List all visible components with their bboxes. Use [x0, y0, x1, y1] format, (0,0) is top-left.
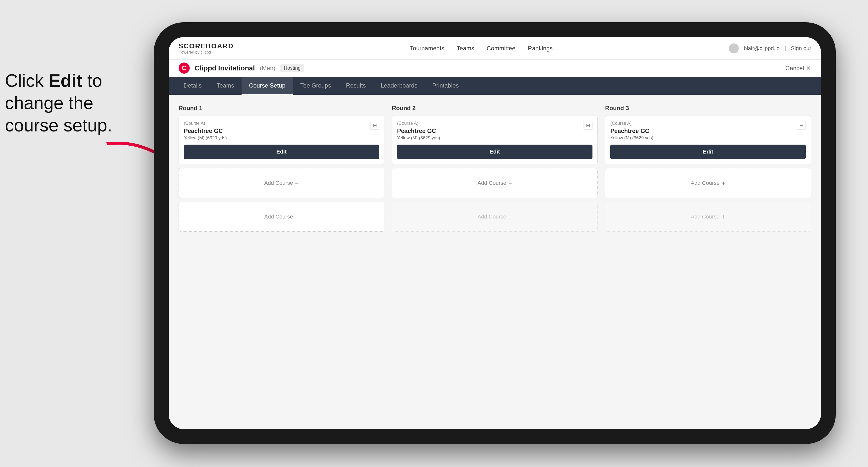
round-2-edit-button[interactable]: Edit [397, 145, 592, 159]
round-2-title: Round 2 [392, 105, 598, 112]
round-2-add-course-1-plus-icon: + [508, 179, 512, 187]
main-content: Round 1 (Course A) Peachtree GC Yellow (… [168, 95, 821, 429]
cancel-label: Cancel [785, 65, 804, 72]
round-2-course-details: Yellow (M) (6629 yds) [397, 135, 584, 141]
rounds-grid: Round 1 (Course A) Peachtree GC Yellow (… [179, 105, 811, 236]
round-3-add-course-1-label: Add Course [691, 180, 719, 186]
round-1-column: Round 1 (Course A) Peachtree GC Yellow (… [179, 105, 384, 236]
round-2-add-course-2-label: Add Course [477, 214, 506, 220]
cancel-icon: ✕ [806, 65, 811, 72]
tournament-title: C Clippd Invitational (Men) Hosting [179, 62, 304, 74]
tab-leaderboards[interactable]: Leaderboards [373, 77, 425, 95]
sign-out-link[interactable]: Sign out [791, 45, 811, 52]
round-2-add-course-2: Add Course + [392, 202, 598, 231]
round-3-column: Round 3 (Course A) Peachtree GC Yellow (… [605, 105, 811, 236]
round-1-course-header: (Course A) Peachtree GC Yellow (M) (6629… [184, 121, 379, 145]
round-3-course-details: Yellow (M) (6629 yds) [610, 135, 797, 141]
nav-links: Tournaments Teams Committee Rankings [410, 44, 553, 53]
round-1-course-name: Peachtree GC [184, 127, 370, 134]
round-3-add-course-2-plus-icon: + [722, 213, 725, 221]
tournament-gender: (Men) [260, 65, 276, 72]
sub-header: C Clippd Invitational (Men) Hosting Canc… [168, 60, 821, 77]
tab-results[interactable]: Results [339, 77, 373, 95]
round-1-course-details: Yellow (M) (6629 yds) [184, 135, 370, 141]
tabs-bar: Details Teams Course Setup Tee Groups Re… [168, 77, 821, 95]
round-2-course-header: (Course A) Peachtree GC Yellow (M) (6629… [397, 121, 592, 145]
round-1-add-course-1-plus-icon: + [295, 179, 299, 187]
tab-teams[interactable]: Teams [209, 77, 242, 95]
round-2-delete-button[interactable]: ⊟ [584, 121, 592, 130]
tab-tee-groups[interactable]: Tee Groups [293, 77, 339, 95]
round-3-add-course-1[interactable]: Add Course + [605, 168, 811, 198]
cancel-button[interactable]: Cancel ✕ [785, 65, 811, 72]
round-2-add-course-1-label: Add Course [477, 180, 506, 186]
tab-details[interactable]: Details [176, 77, 209, 95]
round-1-course-info: (Course A) Peachtree GC Yellow (M) (6629… [184, 121, 370, 145]
round-2-course-name: Peachtree GC [397, 127, 584, 134]
nav-rankings[interactable]: Rankings [528, 44, 553, 53]
round-1-edit-button[interactable]: Edit [184, 145, 379, 159]
round-1-course-label: (Course A) [184, 121, 370, 126]
round-3-add-course-1-plus-icon: + [722, 179, 725, 187]
round-1-add-course-2-label: Add Course [264, 214, 293, 220]
top-nav: SCOREBOARD Powered by clippd Tournaments… [168, 37, 821, 60]
annotation-prefix: Click [5, 71, 49, 91]
separator: | [785, 45, 786, 52]
round-1-title: Round 1 [179, 105, 384, 112]
tab-course-setup[interactable]: Course Setup [242, 77, 293, 95]
round-3-course-label: (Course A) [610, 121, 797, 126]
round-1-add-course-1[interactable]: Add Course + [179, 168, 384, 198]
nav-user: blair@clippd.io | Sign out [729, 43, 811, 53]
round-1-add-course-2-plus-icon: + [295, 213, 299, 221]
round-3-delete-button[interactable]: ⊟ [797, 121, 806, 130]
round-1-add-course-1-label: Add Course [264, 180, 293, 186]
user-avatar [729, 43, 739, 53]
round-3-add-course-2-label: Add Course [691, 214, 719, 220]
logo-sub: Powered by clippd [179, 50, 234, 55]
tablet-frame: SCOREBOARD Powered by clippd Tournaments… [154, 22, 836, 444]
round-3-course-info: (Course A) Peachtree GC Yellow (M) (6629… [610, 121, 797, 145]
round-3-title: Round 3 [605, 105, 811, 112]
round-3-course-name: Peachtree GC [610, 127, 797, 134]
annotation-bold: Edit [49, 71, 82, 91]
round-3-course-header: (Course A) Peachtree GC Yellow (M) (6629… [610, 121, 806, 145]
nav-teams[interactable]: Teams [457, 44, 474, 53]
logo-text: SCOREBOARD [179, 42, 234, 50]
round-2-course-label: (Course A) [397, 121, 584, 126]
round-2-add-course-2-plus-icon: + [508, 213, 512, 221]
hosting-badge: Hosting [280, 64, 304, 72]
round-2-column: Round 2 (Course A) Peachtree GC Yellow (… [392, 105, 598, 236]
nav-tournaments[interactable]: Tournaments [410, 44, 444, 53]
round-2-course-card: (Course A) Peachtree GC Yellow (M) (6629… [392, 116, 598, 164]
tab-printables[interactable]: Printables [425, 77, 466, 95]
round-1-delete-button[interactable]: ⊟ [370, 121, 379, 130]
round-2-course-info: (Course A) Peachtree GC Yellow (M) (6629… [397, 121, 584, 145]
logo-area: SCOREBOARD Powered by clippd [179, 42, 234, 55]
nav-committee[interactable]: Committee [487, 44, 515, 53]
round-1-course-card: (Course A) Peachtree GC Yellow (M) (6629… [179, 116, 384, 164]
tablet-screen: SCOREBOARD Powered by clippd Tournaments… [168, 37, 821, 429]
round-3-add-course-2: Add Course + [605, 202, 811, 231]
tournament-name: Clippd Invitational [195, 64, 255, 72]
clippd-logo: C [179, 62, 190, 74]
round-3-edit-button[interactable]: Edit [610, 145, 806, 159]
user-email: blair@clippd.io [744, 45, 780, 52]
round-2-add-course-1[interactable]: Add Course + [392, 168, 598, 198]
round-1-add-course-2[interactable]: Add Course + [179, 202, 384, 231]
round-3-course-card: (Course A) Peachtree GC Yellow (M) (6629… [605, 116, 811, 164]
